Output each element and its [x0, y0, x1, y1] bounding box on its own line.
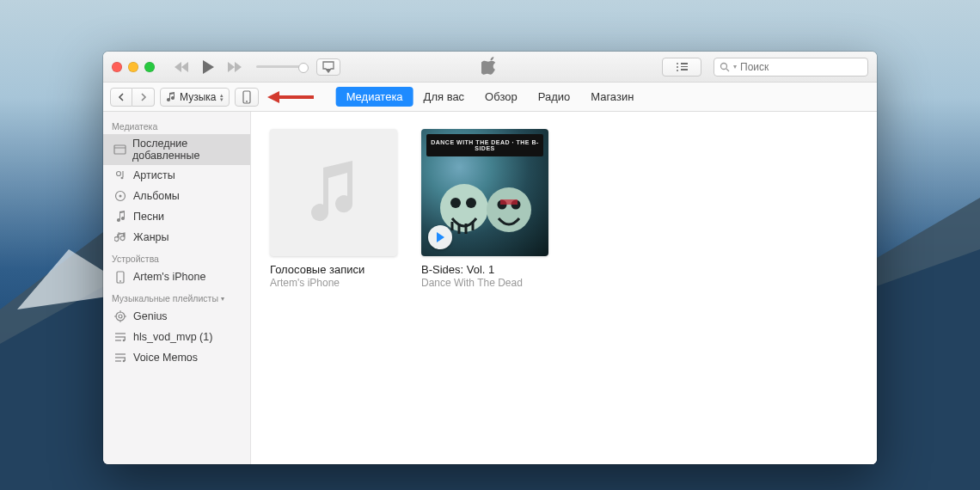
phone-device-icon [242, 90, 251, 104]
svg-point-5 [721, 63, 727, 69]
svg-rect-11 [114, 145, 126, 154]
svg-point-8 [247, 101, 248, 102]
genre-icon [113, 230, 127, 244]
airplay-button[interactable] [316, 58, 340, 76]
device-button[interactable] [235, 88, 259, 107]
tab-обзор[interactable]: Обзор [475, 87, 528, 107]
window-body: МедиатекаПоследние добавленныеАртистыАль… [103, 112, 877, 464]
svg-point-21 [119, 315, 122, 318]
nav-back-button[interactable] [110, 88, 132, 107]
music-note-icon [166, 92, 175, 102]
annotation-arrow [267, 89, 315, 105]
play-button[interactable] [198, 58, 218, 77]
album-subtitle: Dance With The Dead [421, 277, 548, 289]
chevron-left-icon [118, 93, 125, 101]
playlist-icon [113, 330, 127, 344]
sidebar-item-label: Песни [133, 211, 164, 223]
svg-point-37 [450, 198, 461, 208]
sidebar-item-label: hls_vod_mvp (1) [133, 331, 212, 343]
svg-point-19 [119, 280, 121, 282]
album-cover[interactable]: DANCE WITH THE DEAD · THE B-SIDES [421, 129, 548, 256]
minimize-button[interactable] [128, 62, 138, 72]
window-titlebar: ▾ [103, 52, 877, 83]
sidebar-item[interactable]: Песни [103, 206, 250, 227]
album-cover[interactable] [270, 129, 397, 256]
play-overlay-button[interactable] [428, 225, 452, 249]
media-type-selector[interactable]: Музыка ▴▾ [160, 88, 230, 107]
sidebar-section-title: Медиатека [103, 115, 250, 134]
apple-logo-icon [481, 57, 499, 80]
album-title: B-Sides: Vol. 1 [421, 263, 548, 276]
up-down-chevron-icon: ▴▾ [220, 93, 224, 101]
svg-point-17 [119, 195, 122, 198]
album-tile[interactable]: Голосовые записиArtem's iPhone [270, 129, 397, 289]
sidebar-item-label: Последние добавленные [132, 138, 243, 162]
phone-icon [113, 270, 127, 284]
chevron-right-icon [140, 93, 147, 101]
play-icon [435, 231, 445, 243]
content-area: Голосовые записиArtem's iPhoneDANCE WITH… [251, 112, 877, 464]
secondary-toolbar: Музыка ▴▾ МедиатекаДля васОбзорРадиоМага… [103, 83, 877, 112]
sidebar-item[interactable]: hls_vod_mvp (1) [103, 327, 250, 347]
svg-rect-42 [500, 199, 518, 205]
svg-marker-10 [267, 91, 279, 103]
sidebar-item-label: Voice Memos [133, 352, 198, 364]
view-as-list-button[interactable] [662, 58, 701, 77]
airplay-icon [322, 61, 335, 73]
sidebar-item[interactable]: Артисты [103, 165, 250, 186]
nav-history-buttons [110, 88, 155, 107]
sidebar-item-label: Genius [133, 310, 168, 322]
next-track-button[interactable] [224, 59, 246, 75]
sidebar: МедиатекаПоследние добавленныеАртистыАль… [103, 112, 251, 464]
search-field[interactable]: ▾ [714, 58, 868, 77]
sidebar-item[interactable]: Альбомы [103, 186, 250, 206]
song-icon [113, 210, 127, 224]
album-tile[interactable]: DANCE WITH THE DEAD · THE B-SIDESB-Sides… [421, 129, 548, 289]
sidebar-section-title: Устройства [103, 248, 250, 266]
volume-slider[interactable] [256, 65, 304, 68]
itunes-window: ▾ Музыка ▴▾ Медиатек [103, 52, 877, 464]
playlist-icon [113, 351, 127, 364]
svg-point-15 [121, 177, 124, 179]
sidebar-item-label: Артисты [133, 169, 175, 181]
svg-point-13 [117, 172, 121, 176]
chevron-down-icon: ▾ [221, 295, 224, 303]
sidebar-item-label: Жанры [133, 231, 168, 243]
sidebar-item-label: Альбомы [133, 190, 180, 202]
sidebar-item[interactable]: Genius [103, 306, 250, 327]
search-icon [720, 62, 730, 72]
tab-медиатека[interactable]: Медиатека [336, 87, 413, 107]
svg-line-6 [726, 69, 729, 71]
genius-icon [113, 309, 127, 323]
nav-forward-button[interactable] [132, 88, 155, 107]
recent-icon [113, 143, 126, 156]
previous-icon [174, 61, 189, 73]
artist-icon [113, 168, 127, 182]
previous-track-button[interactable] [170, 59, 193, 75]
next-icon [227, 61, 242, 73]
chevron-down-icon: ▾ [733, 63, 737, 70]
music-placeholder-icon [306, 161, 361, 224]
svg-point-38 [466, 198, 476, 208]
library-tabs: МедиатекаДля васОбзорРадиоМагазин [336, 87, 645, 107]
play-icon [201, 59, 215, 75]
album-subtitle: Artem's iPhone [270, 277, 397, 289]
window-controls [112, 62, 155, 72]
playback-controls [170, 58, 246, 77]
tab-для вас[interactable]: Для вас [413, 87, 475, 107]
sidebar-section-title[interactable]: Музыкальные плейлисты▾ [103, 287, 250, 306]
tab-радио[interactable]: Радио [528, 87, 581, 107]
zoom-button[interactable] [144, 62, 155, 72]
album-icon [113, 189, 127, 203]
tab-магазин[interactable]: Магазин [580, 87, 644, 107]
sidebar-item-label: Artem's iPhone [133, 271, 205, 283]
sidebar-item[interactable]: Жанры [103, 227, 250, 248]
close-button[interactable] [112, 62, 122, 72]
search-input[interactable] [740, 61, 869, 73]
album-title: Голосовые записи [270, 263, 397, 276]
sidebar-item[interactable]: Voice Memos [103, 347, 250, 368]
sidebar-item[interactable]: Artem's iPhone [103, 266, 250, 287]
sidebar-item[interactable]: Последние добавленные [103, 134, 250, 165]
svg-point-20 [116, 312, 125, 321]
media-type-label: Музыка [180, 91, 216, 103]
